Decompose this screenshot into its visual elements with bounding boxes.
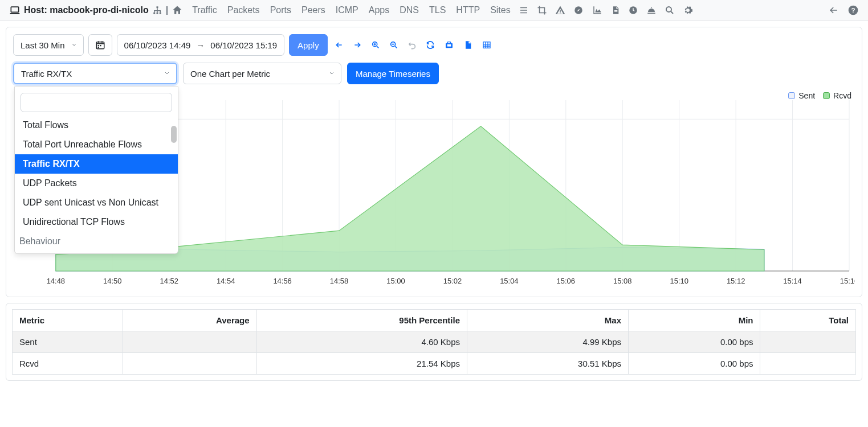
metric-option[interactable]: Total Flows — [15, 116, 178, 135]
metric-search-input[interactable] — [21, 93, 172, 112]
nav-prev-icon[interactable] — [332, 38, 346, 52]
table-row: Sent 4.60 Kbps 4.99 Kbps 0.00 bps — [13, 331, 856, 353]
nav-next-icon[interactable] — [351, 38, 364, 52]
svg-rect-2 — [153, 13, 155, 14]
metric-option[interactable]: Unidirectional TCP Flows — [15, 212, 178, 232]
host-title: Host: macbook-pro-di-nicolo | — [9, 5, 183, 16]
calendar-button[interactable] — [88, 34, 112, 56]
stats-table: Metric Average 95th Percentile Max Min T… — [12, 309, 856, 375]
chart-mode-select[interactable]: One Chart per Metric — [183, 63, 341, 84]
svg-text:15:02: 15:02 — [443, 277, 462, 285]
svg-text:14:52: 14:52 — [160, 277, 178, 285]
svg-rect-21 — [447, 44, 451, 47]
svg-rect-16 — [100, 45, 101, 46]
svg-text:14:54: 14:54 — [217, 277, 235, 285]
nav-ports[interactable]: Ports — [270, 5, 291, 15]
svg-rect-6 — [560, 13, 561, 14]
laptop-icon — [9, 5, 21, 16]
chevron-down-icon — [71, 40, 78, 50]
help-icon[interactable]: ? — [847, 5, 859, 16]
sitemap-icon[interactable] — [152, 5, 162, 15]
undo-icon[interactable] — [405, 38, 419, 52]
col-max: Max — [467, 310, 629, 331]
manage-timeseries-button[interactable]: Manage Timeseries — [347, 63, 439, 84]
svg-rect-1 — [156, 6, 158, 8]
legend-rcvd[interactable]: Rcvd — [823, 91, 851, 100]
svg-text:15:10: 15:10 — [670, 277, 688, 285]
col-average: Average — [123, 310, 257, 331]
date-to: 06/10/2023 15:19 — [210, 40, 277, 50]
metric-option[interactable]: Traffic RX/TX — [15, 154, 178, 174]
metric-search[interactable] — [21, 93, 172, 112]
nav-tls[interactable]: TLS — [429, 5, 446, 15]
svg-rect-17 — [97, 47, 99, 48]
col-total: Total — [760, 310, 856, 331]
compass-icon[interactable] — [573, 5, 584, 15]
svg-text:15:08: 15:08 — [613, 277, 631, 285]
nav-apps[interactable]: Apps — [369, 5, 389, 15]
nav-http[interactable]: HTTP — [456, 5, 480, 15]
clock-icon[interactable] — [628, 5, 638, 15]
list-icon[interactable] — [519, 5, 529, 15]
metric-group-label: Behaviour — [15, 232, 178, 250]
export-file-icon[interactable] — [461, 38, 475, 52]
metric-dropdown: Total Flows Total Port Unreachable Flows… — [14, 87, 178, 254]
nav-sites[interactable]: Sites — [490, 5, 511, 15]
metric-select[interactable]: Traffic RX/TX Total Flows Total Port Unr… — [13, 63, 177, 84]
zoom-in-icon[interactable] — [369, 38, 382, 52]
svg-rect-5 — [560, 10, 561, 12]
refresh-icon[interactable] — [423, 38, 437, 52]
svg-text:14:56: 14:56 — [273, 277, 291, 285]
search-icon[interactable] — [665, 5, 675, 15]
document-icon[interactable] — [611, 5, 620, 15]
back-arrow-icon[interactable] — [828, 5, 840, 16]
chevron-down-icon — [328, 69, 335, 79]
topbar-right: ? — [828, 5, 859, 16]
col-95p: 95th Percentile — [256, 310, 467, 331]
col-metric: Metric — [13, 310, 123, 331]
gear-icon[interactable] — [683, 5, 693, 15]
svg-rect-3 — [156, 13, 158, 14]
topbar: Host: macbook-pro-di-nicolo | Traffic Pa… — [0, 0, 868, 21]
col-min: Min — [629, 310, 760, 331]
home-icon[interactable] — [172, 5, 183, 16]
svg-text:15:16: 15:16 — [840, 277, 855, 285]
dropdown-scrollbar[interactable] — [171, 126, 177, 143]
svg-text:14:50: 14:50 — [103, 277, 121, 285]
nav-packets[interactable]: Packets — [227, 5, 260, 15]
date-range-display[interactable]: 06/10/2023 14:49 → 06/10/2023 15:19 — [117, 34, 285, 56]
svg-rect-0 — [11, 7, 18, 12]
svg-rect-9 — [614, 11, 617, 12]
cloche-icon[interactable] — [646, 5, 657, 15]
chart-legend: Sent Rcvd — [788, 91, 851, 100]
svg-text:?: ? — [851, 6, 855, 14]
svg-text:14:58: 14:58 — [330, 277, 348, 285]
chart-area-icon[interactable] — [592, 5, 603, 15]
svg-text:14:48: 14:48 — [47, 277, 65, 285]
metric-option[interactable]: Total Port Unreachable Flows — [15, 135, 178, 154]
date-from: 06/10/2023 14:49 — [124, 40, 191, 50]
zoom-out-icon[interactable] — [387, 38, 401, 52]
apply-button[interactable]: Apply — [289, 34, 328, 56]
crop-icon[interactable] — [537, 5, 547, 15]
time-range-select[interactable]: Last 30 Min — [13, 34, 84, 56]
svg-point-11 — [666, 7, 671, 12]
svg-text:15:12: 15:12 — [727, 277, 745, 285]
svg-text:15:04: 15:04 — [500, 277, 518, 285]
arrow-right-icon: → — [196, 40, 205, 50]
alert-icon[interactable] — [555, 5, 565, 15]
nav-peers[interactable]: Peers — [301, 5, 325, 15]
svg-rect-4 — [159, 13, 161, 14]
table-row: Rcvd 21.54 Kbps 30.51 Kbps 0.00 bps — [13, 353, 856, 375]
snapshot-icon[interactable] — [442, 38, 457, 52]
svg-text:15:06: 15:06 — [557, 277, 575, 285]
table-icon[interactable] — [479, 38, 494, 52]
legend-sent[interactable]: Sent — [788, 91, 815, 100]
nav-icmp[interactable]: ICMP — [336, 5, 358, 15]
nav-dns[interactable]: DNS — [400, 5, 419, 15]
top-icon-row — [519, 5, 693, 15]
nav-traffic[interactable]: Traffic — [192, 5, 217, 15]
metric-option[interactable]: UDP sent Unicast vs Non Unicast — [15, 193, 178, 212]
chart-panel: Last 30 Min 06/10/2023 14:49 → 06/10/202… — [6, 27, 862, 297]
metric-option[interactable]: UDP Packets — [15, 174, 178, 193]
